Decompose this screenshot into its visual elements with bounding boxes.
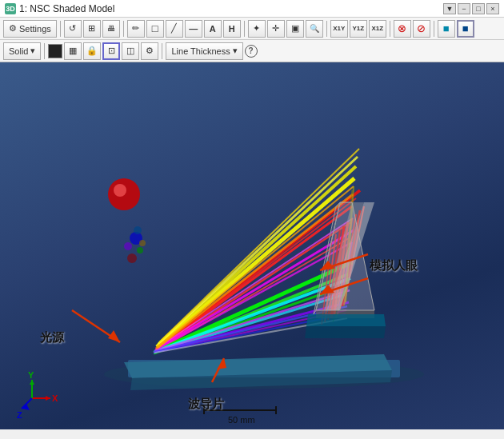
- viewport-3d[interactable]: X Y Z 50 mm 光源 波导片 模拟人眼: [0, 62, 504, 429]
- view-btn2[interactable]: ■: [457, 20, 474, 38]
- toolbar-2: Solid ▾ ▦ 🔒 ⊡ ◫ ⚙ Line Thickness ▾ ?: [0, 40, 504, 62]
- gear2-icon: ⚙: [146, 46, 154, 56]
- print-icon: 🖶: [107, 24, 115, 33]
- solid-dropdown-icon: ▾: [30, 46, 35, 56]
- line-button[interactable]: ╱: [166, 20, 183, 38]
- separator-3: [244, 21, 245, 37]
- refresh-button[interactable]: ↺: [64, 20, 82, 38]
- hline-icon: —: [189, 24, 198, 34]
- view-btn1[interactable]: ■: [438, 20, 455, 38]
- cross-button[interactable]: ✛: [267, 20, 285, 38]
- toolbar-1: ⚙ Settings ↺ ⊞ 🖶 ✏ □ ╱ — A H ✦ ✛ ▣ 🔍 X1Y…: [0, 18, 504, 40]
- 3d-scene: X Y Z 50 mm: [0, 62, 504, 429]
- close-btn[interactable]: ×: [486, 3, 499, 14]
- view-icon1: ■: [443, 22, 450, 34]
- svg-point-52: [137, 247, 143, 253]
- separator-1: [60, 21, 61, 37]
- svg-text:Z: Z: [17, 410, 22, 420]
- texture-icon: ▦: [69, 46, 77, 56]
- hline-button[interactable]: —: [185, 20, 202, 38]
- svg-marker-57: [305, 326, 386, 338]
- axis-x1z-icon: X1Z: [371, 25, 383, 32]
- copy-icon: ⊞: [88, 23, 95, 34]
- axis-y1z-icon: Y1Z: [352, 25, 364, 32]
- grid-select-btn[interactable]: ⊡: [102, 42, 120, 60]
- axis-y1z-button[interactable]: Y1Z: [350, 20, 367, 38]
- star-icon: ✦: [253, 23, 260, 34]
- svg-marker-56: [306, 314, 386, 326]
- svg-text:Y: Y: [28, 370, 34, 380]
- no1-button[interactable]: ⊗: [394, 20, 411, 38]
- cross-icon: ✛: [272, 23, 279, 34]
- view-icon2: ■: [462, 22, 469, 34]
- separator-8: [162, 43, 162, 59]
- axis-x1y-button[interactable]: X1Y: [330, 20, 348, 38]
- no1-icon: ⊗: [398, 22, 406, 34]
- monirenyan-label: 模拟人眼: [370, 258, 418, 273]
- separator-2: [123, 21, 124, 37]
- settings-button[interactable]: ⚙ Settings: [3, 20, 57, 38]
- lock-icon: 🔒: [86, 46, 98, 56]
- line-icon: ╱: [171, 23, 177, 34]
- text-a-icon: A: [210, 24, 216, 34]
- maximize-btn[interactable]: □: [472, 3, 485, 14]
- text-h-button[interactable]: H: [223, 20, 241, 38]
- separator-5: [390, 21, 390, 37]
- line-thickness-button[interactable]: Line Thickness ▾: [166, 42, 242, 60]
- settings-label: Settings: [19, 24, 51, 34]
- window-title: 1: NSC Shaded Model: [19, 3, 114, 14]
- svg-point-49: [114, 184, 126, 197]
- axis-x1z-button[interactable]: X1Z: [369, 20, 386, 38]
- bodoujian-label: 波导片: [188, 397, 224, 412]
- title-bar: 3D 1: NSC Shaded Model ▼ − □ ×: [0, 0, 504, 18]
- refresh-icon: ↺: [69, 23, 76, 34]
- dropdown-btn[interactable]: ▼: [443, 3, 456, 14]
- print-button[interactable]: 🖶: [102, 20, 120, 38]
- copy-button[interactable]: ⊞: [83, 20, 101, 38]
- lock-button[interactable]: 🔒: [83, 42, 101, 60]
- star-button[interactable]: ✦: [248, 20, 266, 38]
- line-thickness-label: Line Thickness: [171, 46, 230, 56]
- separator-4: [326, 21, 327, 37]
- text-a-button[interactable]: A: [204, 20, 222, 38]
- photo-icon: ▣: [291, 23, 299, 34]
- grid-select-icon: ⊡: [108, 46, 115, 56]
- separator-6: [434, 21, 434, 37]
- color-swatch[interactable]: [48, 44, 62, 58]
- separator-7: [44, 43, 45, 59]
- solid-button[interactable]: Solid ▾: [3, 42, 41, 60]
- svg-point-55: [139, 240, 146, 246]
- solid-label: Solid: [9, 46, 28, 56]
- frame-btn[interactable]: ◫: [122, 42, 139, 60]
- svg-point-53: [127, 253, 137, 263]
- settings-icon: ⚙: [9, 23, 17, 34]
- window-icon: 3D: [5, 3, 16, 14]
- svg-point-54: [134, 226, 142, 234]
- pencil-button[interactable]: ✏: [127, 20, 145, 38]
- svg-marker-67: [46, 396, 50, 401]
- line-thickness-dropdown-icon: ▾: [233, 46, 238, 56]
- rectangle-button[interactable]: □: [146, 20, 164, 38]
- frame-icon: ◫: [126, 46, 134, 56]
- no2-icon: ⊘: [417, 22, 426, 34]
- minimize-btn[interactable]: −: [458, 3, 470, 14]
- help-button[interactable]: ?: [245, 45, 258, 58]
- zoom-icon: 🔍: [310, 24, 319, 33]
- rectangle-icon: □: [152, 22, 158, 34]
- text-h-icon: H: [229, 24, 235, 34]
- svg-text:X: X: [52, 393, 58, 403]
- no2-button[interactable]: ⊘: [413, 20, 430, 38]
- svg-marker-59: [108, 330, 120, 342]
- svg-point-51: [124, 242, 132, 250]
- zoom-button[interactable]: 🔍: [306, 20, 323, 38]
- gear2-button[interactable]: ⚙: [141, 42, 158, 60]
- svg-text:50 mm: 50 mm: [228, 415, 255, 425]
- photo-button[interactable]: ▣: [286, 20, 304, 38]
- window-controls: ▼ − □ ×: [443, 3, 499, 14]
- guangyuan-label: 光源: [40, 330, 64, 345]
- axis-x1y-icon: X1Y: [333, 25, 345, 32]
- svg-marker-70: [30, 380, 34, 385]
- texture-button[interactable]: ▦: [64, 42, 82, 60]
- pencil-icon: ✏: [132, 23, 139, 34]
